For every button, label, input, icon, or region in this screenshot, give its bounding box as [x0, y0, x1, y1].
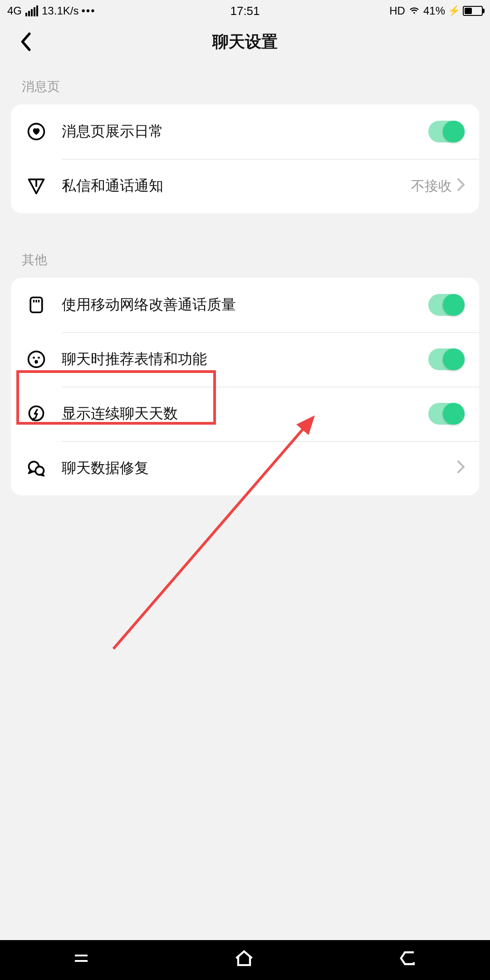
- signal-icon: [25, 5, 38, 16]
- row-recommend-emoji[interactable]: 聊天时推荐表情和功能: [11, 332, 479, 387]
- bolt-bubble-icon: [25, 403, 47, 425]
- send-icon: [25, 175, 47, 197]
- row-show-daily[interactable]: 消息页展示日常: [11, 104, 479, 159]
- card-other: 使用移动网络改善通话质量 聊天时推荐表情和功能 显示连续聊天天数 聊天数据修复: [11, 278, 479, 495]
- hd-indicator: HD: [389, 5, 405, 17]
- section-header-messages: 消息页: [0, 62, 490, 104]
- toggle-show-daily[interactable]: [428, 121, 465, 142]
- toggle-cellular-quality[interactable]: [428, 294, 465, 316]
- row-value: 不接收: [411, 177, 452, 196]
- row-label: 消息页展示日常: [62, 122, 428, 142]
- system-nav-bar: [0, 940, 490, 980]
- row-label: 显示连续聊天天数: [62, 404, 428, 424]
- network-speed: 13.1K/s: [42, 5, 78, 17]
- chat-bubbles-icon: [25, 457, 47, 479]
- face-icon: [25, 348, 47, 370]
- back-button[interactable]: [7, 22, 44, 62]
- chevron-right-icon: [457, 178, 465, 195]
- svg-rect-2: [30, 298, 42, 313]
- toggle-chat-streak[interactable]: [428, 403, 465, 425]
- heart-circle-icon: [25, 121, 47, 142]
- card-messages: 消息页展示日常 私信和通话通知 不接收: [11, 104, 479, 213]
- row-label: 私信和通话通知: [62, 176, 411, 196]
- recent-apps-button[interactable]: [70, 947, 92, 973]
- svg-point-12: [35, 466, 44, 475]
- battery-icon: [463, 6, 483, 16]
- chevron-right-icon: [457, 460, 465, 477]
- page-title: 聊天设置: [212, 31, 278, 53]
- row-cellular-quality[interactable]: 使用移动网络改善通话质量: [11, 278, 479, 332]
- svg-point-7: [33, 357, 35, 359]
- battery-percent: 41%: [423, 5, 445, 17]
- toggle-recommend-emoji[interactable]: [428, 348, 465, 370]
- sim-icon: [25, 294, 47, 316]
- app-header: 聊天设置: [0, 22, 490, 62]
- row-label: 聊天时推荐表情和功能: [62, 349, 428, 369]
- more-icon: •••: [81, 5, 95, 17]
- clock: 17:51: [230, 4, 260, 18]
- svg-point-6: [29, 352, 44, 368]
- svg-point-8: [38, 357, 40, 359]
- row-chat-streak[interactable]: 显示连续聊天天数: [11, 387, 479, 441]
- charging-icon: ⚡: [448, 5, 460, 17]
- system-back-button[interactable]: [396, 946, 420, 974]
- chevron-left-icon: [19, 32, 32, 52]
- network-type: 4G: [7, 5, 22, 17]
- status-bar: 4G 13.1K/s ••• 17:51 HD 41% ⚡: [0, 0, 490, 22]
- row-label: 使用移动网络改善通话质量: [62, 295, 428, 315]
- section-header-other: 其他: [0, 213, 490, 278]
- row-repair-data[interactable]: 聊天数据修复: [11, 441, 479, 495]
- row-dm-notifications[interactable]: 私信和通话通知 不接收: [11, 159, 479, 213]
- row-label: 聊天数据修复: [62, 458, 457, 478]
- home-button[interactable]: [232, 946, 256, 974]
- svg-point-9: [34, 360, 38, 363]
- wifi-icon: [408, 3, 421, 19]
